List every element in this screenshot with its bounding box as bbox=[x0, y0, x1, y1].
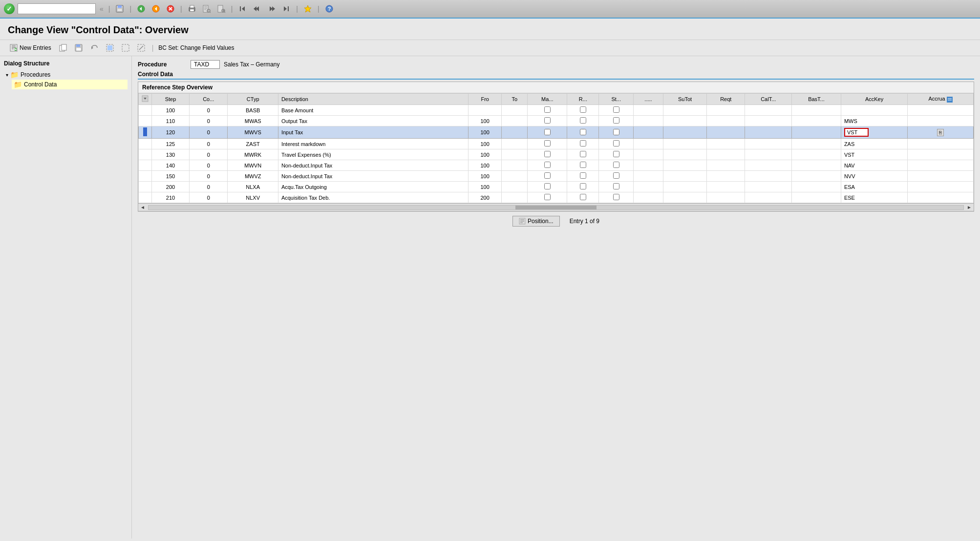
checkbox-r[interactable] bbox=[580, 106, 586, 113]
checkbox-st[interactable] bbox=[613, 129, 619, 135]
cell-r[interactable] bbox=[567, 105, 599, 116]
checkbox-r[interactable] bbox=[580, 183, 586, 189]
cell-acckey[interactable]: MWS bbox=[841, 116, 907, 126]
next-button[interactable] bbox=[266, 4, 277, 14]
checkbox-ma[interactable] bbox=[544, 172, 551, 179]
checkbox-r[interactable] bbox=[580, 194, 586, 200]
cell-r[interactable] bbox=[567, 171, 599, 182]
cell-r[interactable] bbox=[567, 126, 599, 139]
checkbox-st[interactable] bbox=[613, 172, 619, 179]
checkbox-st[interactable] bbox=[613, 140, 619, 146]
deselect-button[interactable] bbox=[120, 43, 131, 53]
checkbox-ma[interactable] bbox=[544, 162, 551, 168]
cell-acckey[interactable]: NVV bbox=[841, 171, 907, 182]
checkbox-st[interactable] bbox=[613, 117, 619, 124]
cell-st[interactable] bbox=[599, 182, 633, 192]
acckey-input[interactable] bbox=[844, 128, 869, 137]
help-button[interactable]: ? bbox=[323, 4, 335, 14]
table-row[interactable]: 1250ZASTInterest markdown100ZAS bbox=[139, 139, 974, 149]
checkbox-r[interactable] bbox=[580, 129, 586, 135]
checkbox-ma[interactable] bbox=[544, 194, 551, 200]
cell-ma[interactable] bbox=[528, 182, 567, 192]
checkbox-st[interactable] bbox=[613, 162, 619, 168]
copy-button[interactable] bbox=[57, 43, 69, 53]
back-button[interactable] bbox=[150, 4, 162, 14]
checkbox-ma[interactable] bbox=[544, 117, 551, 124]
checkbox-r[interactable] bbox=[580, 140, 586, 146]
position-button[interactable]: Position... bbox=[512, 216, 560, 227]
checkbox-st[interactable] bbox=[613, 106, 619, 113]
cell-r[interactable] bbox=[567, 116, 599, 126]
cell-st[interactable] bbox=[599, 105, 633, 116]
cell-ma[interactable] bbox=[528, 105, 567, 116]
table-row[interactable]: 2000NLXAAcqu.Tax Outgoing100ESA bbox=[139, 182, 974, 192]
checkbox-r[interactable] bbox=[580, 151, 586, 157]
star-button[interactable] bbox=[302, 4, 314, 14]
back-first-button[interactable] bbox=[135, 4, 147, 14]
checkbox-ma[interactable] bbox=[544, 183, 551, 189]
cancel-button[interactable] bbox=[165, 4, 176, 14]
cell-st[interactable] bbox=[599, 116, 633, 126]
cell-ma[interactable] bbox=[528, 160, 567, 171]
cell-ma[interactable] bbox=[528, 126, 567, 139]
cell-acckey[interactable]: NAV bbox=[841, 160, 907, 171]
collapse-btn[interactable]: « bbox=[100, 5, 104, 13]
checkbox-r[interactable] bbox=[580, 117, 586, 124]
scroll-right-btn[interactable]: ► bbox=[965, 205, 974, 210]
cell-r[interactable] bbox=[567, 139, 599, 149]
table-row[interactable]: 1500MWVZNon-deduct.Input Tax100NVV bbox=[139, 171, 974, 182]
table-row[interactable]: 1400MWVNNon-deduct.Input Tax100NAV bbox=[139, 160, 974, 171]
cell-st[interactable] bbox=[599, 149, 633, 160]
checkbox-ma[interactable] bbox=[544, 151, 551, 157]
table-row[interactable]: 1100MWASOutput Tax100MWS bbox=[139, 116, 974, 126]
table-row[interactable]: 1000BASBBase Amount bbox=[139, 105, 974, 116]
cell-st[interactable] bbox=[599, 171, 633, 182]
checkbox-st[interactable] bbox=[613, 151, 619, 157]
new-entries-button[interactable]: New Entries bbox=[8, 43, 53, 53]
cell-ma[interactable] bbox=[528, 192, 567, 203]
undo-button[interactable] bbox=[88, 43, 100, 53]
checkbox-ma[interactable] bbox=[544, 106, 551, 113]
cell-r[interactable] bbox=[567, 149, 599, 160]
checkbox-r[interactable] bbox=[580, 172, 586, 179]
cell-st[interactable] bbox=[599, 160, 633, 171]
th-sort-icon[interactable] bbox=[139, 94, 152, 105]
copy-cell-button[interactable]: ⎘ bbox=[937, 129, 944, 136]
command-input[interactable] bbox=[18, 3, 96, 14]
checkbox-st[interactable] bbox=[613, 194, 619, 200]
cell-ma[interactable] bbox=[528, 149, 567, 160]
sidebar-item-procedures[interactable]: ▾ 📁 Procedures bbox=[4, 70, 128, 80]
checkbox-r[interactable] bbox=[580, 162, 586, 168]
find2-button[interactable] bbox=[215, 4, 227, 14]
find1-button[interactable] bbox=[201, 4, 213, 14]
scroll-container[interactable]: Step Co... CTyp Description Fro To Ma...… bbox=[138, 93, 974, 203]
save2-button[interactable] bbox=[73, 43, 85, 53]
cell-acckey[interactable] bbox=[841, 126, 907, 139]
filter-button[interactable] bbox=[135, 43, 147, 53]
checkbox-ma[interactable] bbox=[544, 129, 551, 135]
cell-st[interactable] bbox=[599, 192, 633, 203]
cell-r[interactable] bbox=[567, 160, 599, 171]
cell-acckey[interactable]: ESE bbox=[841, 192, 907, 203]
table-row[interactable]: 1200MWVSInput Tax100⎘ bbox=[139, 126, 974, 139]
last-button[interactable] bbox=[280, 4, 292, 14]
h-scroll-bar[interactable]: ◄ ► bbox=[138, 203, 974, 211]
prev-button[interactable] bbox=[251, 4, 263, 14]
scroll-left-btn[interactable]: ◄ bbox=[138, 205, 147, 210]
cell-r[interactable] bbox=[567, 182, 599, 192]
first-button[interactable] bbox=[236, 4, 248, 14]
cell-acckey[interactable]: ZAS bbox=[841, 139, 907, 149]
cell-r[interactable] bbox=[567, 192, 599, 203]
table-row[interactable]: 2100NLXVAcquisition Tax Deb.200ESE bbox=[139, 192, 974, 203]
scroll-track[interactable] bbox=[148, 205, 964, 210]
cell-st[interactable] bbox=[599, 126, 633, 139]
select-all-button[interactable] bbox=[104, 43, 116, 53]
cell-ma[interactable] bbox=[528, 139, 567, 149]
cell-acckey[interactable]: ESA bbox=[841, 182, 907, 192]
cell-ma[interactable] bbox=[528, 116, 567, 126]
cell-acckey[interactable] bbox=[841, 105, 907, 116]
cell-acckey[interactable]: VST bbox=[841, 149, 907, 160]
cell-st[interactable] bbox=[599, 139, 633, 149]
checkbox-ma[interactable] bbox=[544, 140, 551, 146]
cell-ma[interactable] bbox=[528, 171, 567, 182]
